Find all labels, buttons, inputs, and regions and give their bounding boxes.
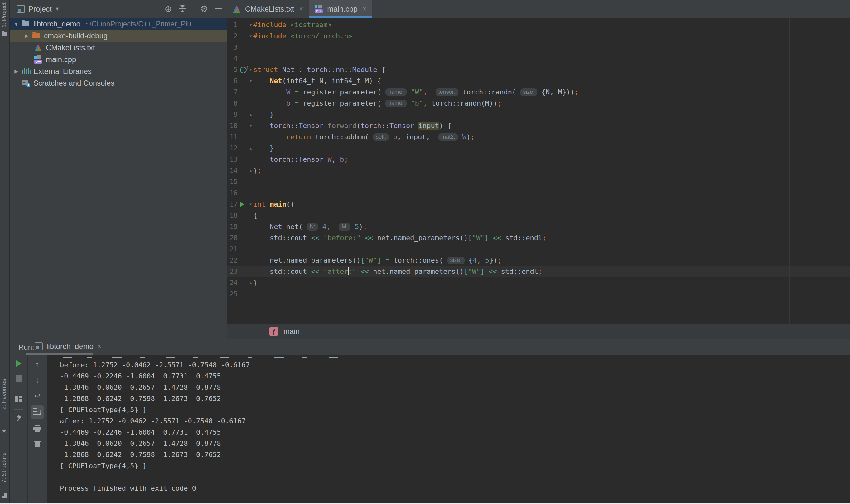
tool-window-switcher-icon[interactable]	[2, 493, 8, 499]
tree-row-external-libraries[interactable]: ▶External Libraries	[10, 66, 227, 77]
code-line-14[interactable]: 14▴};	[227, 165, 850, 176]
tree-row-cmake-build-debug[interactable]: ▶cmake-build-debug	[10, 30, 227, 42]
locate-file-icon[interactable]: ⊕	[164, 5, 172, 13]
up-stack-trace-button[interactable]: ↑	[28, 360, 47, 368]
fold-marker-icon[interactable]: ▾	[248, 31, 253, 42]
code-line-17[interactable]: 17▾int main()	[227, 199, 850, 210]
clear-console-button[interactable]	[28, 440, 47, 448]
fold-marker-icon[interactable]: ▾	[248, 199, 253, 210]
code-line-16[interactable]: 16	[227, 187, 850, 199]
code-line-4[interactable]: 4	[227, 53, 850, 64]
close-icon[interactable]: ×	[299, 5, 303, 13]
code-line-18[interactable]: 18{	[227, 210, 850, 221]
breadcrumb-function-name[interactable]: main	[283, 327, 300, 336]
gutter[interactable]: 22	[227, 255, 251, 266]
gutter[interactable]: 20	[227, 232, 251, 244]
code-line-12[interactable]: 12▴ }	[227, 143, 850, 154]
soft-wrap-button[interactable]: ↩	[28, 392, 47, 400]
gutter[interactable]: 18	[227, 210, 251, 221]
fold-marker-icon[interactable]: ▴	[248, 109, 253, 120]
scroll-to-end-button[interactable]: ↓	[28, 405, 47, 419]
code-line-13[interactable]: 13 torch::Tensor W, b;	[227, 154, 850, 165]
gutter[interactable]: 6▾	[227, 75, 251, 87]
hide-panel-icon[interactable]	[215, 8, 222, 10]
fold-marker-icon[interactable]: ▾	[248, 75, 253, 87]
code-line-21[interactable]: 21	[227, 244, 850, 255]
gutter[interactable]: 13	[227, 154, 251, 165]
chevron-down-icon[interactable]: ▼	[55, 6, 60, 12]
collapse-all-icon[interactable]	[179, 5, 186, 13]
project-panel-title[interactable]: Project	[28, 5, 52, 13]
gear-icon[interactable]: ⚙	[200, 5, 208, 13]
code-line-11[interactable]: 11 return torch::addmm( self: b, input, …	[227, 131, 850, 143]
code-line-1[interactable]: 1▾#include <iostream>	[227, 19, 850, 31]
code-editor[interactable]: 1▾#include <iostream>2▾#include <torch/t…	[227, 18, 850, 325]
gutter[interactable]: 19	[227, 221, 251, 232]
gutter[interactable]: 4	[227, 53, 251, 64]
code-line-15[interactable]: 15	[227, 176, 850, 187]
gutter[interactable]: 10▾	[227, 120, 251, 131]
fold-marker-icon[interactable]: ▾	[248, 64, 253, 75]
run-console[interactable]: before: 1.2752 -0.0462 -2.5571 -0.7548 -…	[47, 356, 850, 503]
code-line-23[interactable]: 23 std::cout << "after:" << net.named_pa…	[227, 266, 850, 277]
code-line-9[interactable]: 9▴ }	[227, 109, 850, 120]
tree-row-main-cpp[interactable]: C++main.cpp	[10, 54, 227, 66]
gutter[interactable]: 15	[227, 176, 251, 187]
fold-marker-icon[interactable]: ▴	[248, 165, 253, 176]
code-line-25[interactable]: 25	[227, 288, 850, 300]
close-icon[interactable]: ×	[97, 342, 101, 350]
gutter[interactable]: 8	[227, 98, 251, 109]
editor-tab-main-cpp[interactable]: C++main.cpp×	[309, 0, 372, 18]
pin-tab-button[interactable]	[10, 415, 28, 422]
fold-marker-icon[interactable]: ▾	[248, 19, 253, 31]
gutter[interactable]: 23	[227, 266, 251, 277]
tree-row-libtorch-demo[interactable]: ▼libtorch_demo~/CLionProjects/C++_Primer…	[10, 18, 227, 30]
tool-window-button-favorites[interactable]: 2: Favorites	[1, 379, 7, 410]
gutter[interactable]: 21	[227, 244, 251, 255]
code-line-24[interactable]: 24▴}	[227, 277, 850, 288]
gutter[interactable]: 25	[227, 288, 251, 300]
gutter[interactable]: 2▾	[227, 31, 251, 42]
tree-chevron-icon[interactable]: ▶	[13, 69, 20, 74]
code-line-19[interactable]: 19 Net net( N: 4, M: 5);	[227, 221, 850, 232]
gutter[interactable]: 12▴	[227, 143, 251, 154]
code-line-22[interactable]: 22 net.named_parameters()["W"] = torch::…	[227, 255, 850, 266]
code-line-5[interactable]: 5▾struct Net : torch::nn::Module {	[227, 64, 850, 75]
gutter[interactable]: 14▴	[227, 165, 251, 176]
fold-marker-icon[interactable]: ▴	[248, 143, 253, 154]
code-line-6[interactable]: 6▾ Net(int64_t N, int64_t M) {	[227, 75, 850, 87]
tree-chevron-icon[interactable]: ▶	[23, 33, 30, 39]
gutter[interactable]: 16	[227, 187, 251, 199]
tree-chevron-icon[interactable]: ▼	[13, 21, 20, 27]
class-icon[interactable]	[240, 64, 247, 75]
code-line-7[interactable]: 7 W = register_parameter( name: "W", ten…	[227, 87, 850, 98]
gutter[interactable]: 24▴	[227, 277, 251, 288]
tool-window-button-project[interactable]: 1: Project	[1, 2, 7, 28]
run-tab-libtorch-demo[interactable]: libtorch_demo ×	[30, 339, 106, 354]
fold-marker-icon[interactable]: ▴	[248, 277, 253, 288]
tool-window-button-structure[interactable]: 7: Structure	[1, 452, 7, 483]
gutter[interactable]: 9▴	[227, 109, 251, 120]
editor-tab-cmakelists-txt[interactable]: CMakeLists.txt×	[227, 0, 309, 18]
code-line-20[interactable]: 20 std::cout << "before:" << net.named_p…	[227, 232, 850, 244]
gutter[interactable]: 3	[227, 42, 251, 53]
tree-row-scratches-and-consoles[interactable]: »Scratches and Consoles	[10, 77, 227, 89]
gutter[interactable]: 7	[227, 87, 251, 98]
gutter[interactable]: 1▾	[227, 19, 251, 31]
restore-layout-button[interactable]	[10, 396, 28, 401]
run-gutter-icon[interactable]	[240, 199, 247, 210]
rerun-button[interactable]	[10, 360, 28, 367]
code-line-10[interactable]: 10▾ torch::Tensor forward(torch::Tensor …	[227, 120, 850, 131]
gutter[interactable]: 5▾	[227, 64, 251, 75]
print-button[interactable]	[28, 425, 47, 432]
gutter[interactable]: 17▾	[227, 199, 251, 210]
code-line-8[interactable]: 8 b = register_parameter( name: "b", tor…	[227, 98, 850, 109]
close-icon[interactable]: ×	[363, 5, 367, 13]
code-line-2[interactable]: 2▾#include <torch/torch.h>	[227, 31, 850, 42]
fold-marker-icon[interactable]: ▾	[248, 120, 253, 131]
tree-row-cmakelists-txt[interactable]: CMakeLists.txt	[10, 42, 227, 54]
down-stack-trace-button[interactable]: ↓	[28, 376, 47, 384]
gutter[interactable]: 11	[227, 131, 251, 143]
stop-button[interactable]	[10, 375, 28, 382]
code-line-3[interactable]: 3	[227, 42, 850, 53]
